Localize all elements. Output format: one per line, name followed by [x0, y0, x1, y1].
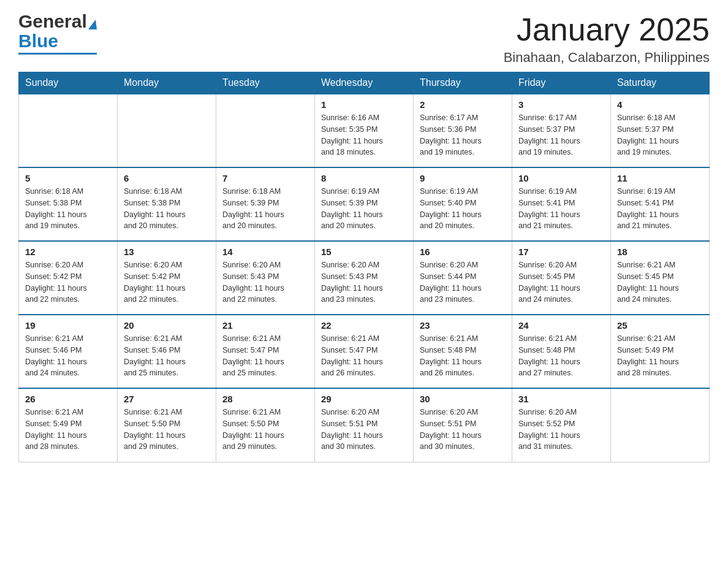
calendar-cell: 22Sunrise: 6:21 AM Sunset: 5:47 PM Dayli… [315, 315, 414, 388]
day-info: Sunrise: 6:18 AM Sunset: 5:38 PM Dayligh… [124, 186, 210, 232]
logo-blue-text: Blue [18, 31, 58, 52]
day-number: 30 [420, 394, 506, 404]
day-info: Sunrise: 6:21 AM Sunset: 5:46 PM Dayligh… [25, 333, 111, 379]
calendar-cell: 26Sunrise: 6:21 AM Sunset: 5:49 PM Dayli… [19, 388, 118, 462]
day-info: Sunrise: 6:20 AM Sunset: 5:51 PM Dayligh… [321, 407, 407, 453]
calendar-cell: 9Sunrise: 6:19 AM Sunset: 5:40 PM Daylig… [414, 167, 512, 241]
day-info: Sunrise: 6:20 AM Sunset: 5:44 PM Dayligh… [420, 259, 506, 305]
calendar-cell: 25Sunrise: 6:21 AM Sunset: 5:49 PM Dayli… [611, 315, 710, 388]
day-info: Sunrise: 6:18 AM Sunset: 5:37 PM Dayligh… [617, 112, 703, 158]
calendar-cell: 27Sunrise: 6:21 AM Sunset: 5:50 PM Dayli… [118, 388, 216, 462]
calendar-table: SundayMondayTuesdayWednesdayThursdayFrid… [18, 72, 710, 462]
day-info: Sunrise: 6:19 AM Sunset: 5:39 PM Dayligh… [321, 186, 407, 232]
day-header-monday: Monday [118, 72, 216, 94]
calendar-cell: 10Sunrise: 6:19 AM Sunset: 5:41 PM Dayli… [512, 167, 611, 241]
calendar-cell: 24Sunrise: 6:21 AM Sunset: 5:48 PM Dayli… [512, 315, 611, 388]
day-number: 10 [518, 173, 604, 183]
day-number: 26 [25, 394, 111, 404]
day-number: 28 [222, 394, 308, 404]
day-info: Sunrise: 6:21 AM Sunset: 5:47 PM Dayligh… [222, 333, 308, 379]
day-number: 31 [518, 394, 604, 404]
page-header: General Blue January 2025 Binahaan, Cala… [18, 12, 710, 66]
calendar-week-row: 5Sunrise: 6:18 AM Sunset: 5:38 PM Daylig… [19, 167, 710, 241]
calendar-cell [611, 388, 710, 462]
day-number: 2 [420, 99, 506, 110]
day-info: Sunrise: 6:21 AM Sunset: 5:50 PM Dayligh… [124, 407, 210, 453]
calendar-week-row: 1Sunrise: 6:16 AM Sunset: 5:35 PM Daylig… [19, 94, 710, 167]
day-info: Sunrise: 6:20 AM Sunset: 5:42 PM Dayligh… [25, 259, 111, 305]
calendar-cell: 19Sunrise: 6:21 AM Sunset: 5:46 PM Dayli… [19, 315, 118, 388]
calendar-cell: 7Sunrise: 6:18 AM Sunset: 5:39 PM Daylig… [216, 167, 315, 241]
day-info: Sunrise: 6:17 AM Sunset: 5:37 PM Dayligh… [518, 112, 604, 158]
day-number: 3 [518, 99, 604, 110]
day-info: Sunrise: 6:20 AM Sunset: 5:45 PM Dayligh… [518, 259, 604, 305]
day-number: 19 [25, 320, 111, 331]
day-info: Sunrise: 6:19 AM Sunset: 5:41 PM Dayligh… [518, 186, 604, 232]
day-info: Sunrise: 6:21 AM Sunset: 5:45 PM Dayligh… [617, 259, 703, 305]
day-info: Sunrise: 6:21 AM Sunset: 5:47 PM Dayligh… [321, 333, 407, 379]
day-info: Sunrise: 6:21 AM Sunset: 5:48 PM Dayligh… [518, 333, 604, 379]
day-number: 15 [321, 247, 407, 257]
calendar-cell: 13Sunrise: 6:20 AM Sunset: 5:42 PM Dayli… [118, 241, 216, 315]
day-info: Sunrise: 6:16 AM Sunset: 5:35 PM Dayligh… [321, 112, 407, 158]
day-info: Sunrise: 6:21 AM Sunset: 5:46 PM Dayligh… [124, 333, 210, 379]
day-info: Sunrise: 6:21 AM Sunset: 5:50 PM Dayligh… [222, 407, 308, 453]
day-number: 12 [25, 247, 111, 257]
day-info: Sunrise: 6:19 AM Sunset: 5:41 PM Dayligh… [617, 186, 703, 232]
calendar-cell: 15Sunrise: 6:20 AM Sunset: 5:43 PM Dayli… [315, 241, 414, 315]
day-info: Sunrise: 6:20 AM Sunset: 5:43 PM Dayligh… [321, 259, 407, 305]
day-info: Sunrise: 6:21 AM Sunset: 5:49 PM Dayligh… [25, 407, 111, 453]
calendar-cell: 4Sunrise: 6:18 AM Sunset: 5:37 PM Daylig… [611, 94, 710, 167]
day-number: 20 [124, 320, 210, 331]
calendar-week-row: 19Sunrise: 6:21 AM Sunset: 5:46 PM Dayli… [19, 315, 710, 388]
calendar-cell: 8Sunrise: 6:19 AM Sunset: 5:39 PM Daylig… [315, 167, 414, 241]
calendar-week-row: 12Sunrise: 6:20 AM Sunset: 5:42 PM Dayli… [19, 241, 710, 315]
day-info: Sunrise: 6:18 AM Sunset: 5:39 PM Dayligh… [222, 186, 308, 232]
calendar-cell [118, 94, 216, 167]
calendar-cell: 11Sunrise: 6:19 AM Sunset: 5:41 PM Dayli… [611, 167, 710, 241]
calendar-cell: 18Sunrise: 6:21 AM Sunset: 5:45 PM Dayli… [611, 241, 710, 315]
day-info: Sunrise: 6:19 AM Sunset: 5:40 PM Dayligh… [420, 186, 506, 232]
calendar-cell: 29Sunrise: 6:20 AM Sunset: 5:51 PM Dayli… [315, 388, 414, 462]
calendar-cell: 23Sunrise: 6:21 AM Sunset: 5:48 PM Dayli… [414, 315, 512, 388]
calendar-header-row: SundayMondayTuesdayWednesdayThursdayFrid… [19, 72, 710, 94]
calendar-cell: 2Sunrise: 6:17 AM Sunset: 5:36 PM Daylig… [414, 94, 512, 167]
logo-triangle-icon [88, 20, 97, 29]
calendar-cell: 12Sunrise: 6:20 AM Sunset: 5:42 PM Dayli… [19, 241, 118, 315]
logo-general-text: General [18, 12, 87, 31]
day-number: 7 [222, 173, 308, 183]
day-info: Sunrise: 6:18 AM Sunset: 5:38 PM Dayligh… [25, 186, 111, 232]
calendar-cell: 30Sunrise: 6:20 AM Sunset: 5:51 PM Dayli… [414, 388, 512, 462]
location-title: Binahaan, Calabarzon, Philippines [504, 50, 710, 66]
day-info: Sunrise: 6:21 AM Sunset: 5:49 PM Dayligh… [617, 333, 703, 379]
day-number: 27 [124, 394, 210, 404]
day-number: 21 [222, 320, 308, 331]
day-number: 29 [321, 394, 407, 404]
day-number: 9 [420, 173, 506, 183]
calendar-cell: 14Sunrise: 6:20 AM Sunset: 5:43 PM Dayli… [216, 241, 315, 315]
day-number: 5 [25, 173, 111, 183]
day-info: Sunrise: 6:20 AM Sunset: 5:43 PM Dayligh… [222, 259, 308, 305]
calendar-week-row: 26Sunrise: 6:21 AM Sunset: 5:49 PM Dayli… [19, 388, 710, 462]
day-info: Sunrise: 6:21 AM Sunset: 5:48 PM Dayligh… [420, 333, 506, 379]
day-number: 18 [617, 247, 703, 257]
day-number: 16 [420, 247, 506, 257]
day-number: 14 [222, 247, 308, 257]
day-number: 6 [124, 173, 210, 183]
calendar-cell: 20Sunrise: 6:21 AM Sunset: 5:46 PM Dayli… [118, 315, 216, 388]
day-header-saturday: Saturday [611, 72, 710, 94]
calendar-cell: 28Sunrise: 6:21 AM Sunset: 5:50 PM Dayli… [216, 388, 315, 462]
day-info: Sunrise: 6:20 AM Sunset: 5:51 PM Dayligh… [420, 407, 506, 453]
calendar-cell: 17Sunrise: 6:20 AM Sunset: 5:45 PM Dayli… [512, 241, 611, 315]
day-number: 22 [321, 320, 407, 331]
title-block: January 2025 Binahaan, Calabarzon, Phili… [504, 12, 710, 66]
day-info: Sunrise: 6:20 AM Sunset: 5:42 PM Dayligh… [124, 259, 210, 305]
calendar-cell [216, 94, 315, 167]
calendar-cell: 5Sunrise: 6:18 AM Sunset: 5:38 PM Daylig… [19, 167, 118, 241]
logo-underline [18, 53, 97, 55]
day-number: 24 [518, 320, 604, 331]
day-info: Sunrise: 6:17 AM Sunset: 5:36 PM Dayligh… [420, 112, 506, 158]
day-number: 1 [321, 99, 407, 110]
calendar-cell: 21Sunrise: 6:21 AM Sunset: 5:47 PM Dayli… [216, 315, 315, 388]
day-header-tuesday: Tuesday [216, 72, 315, 94]
